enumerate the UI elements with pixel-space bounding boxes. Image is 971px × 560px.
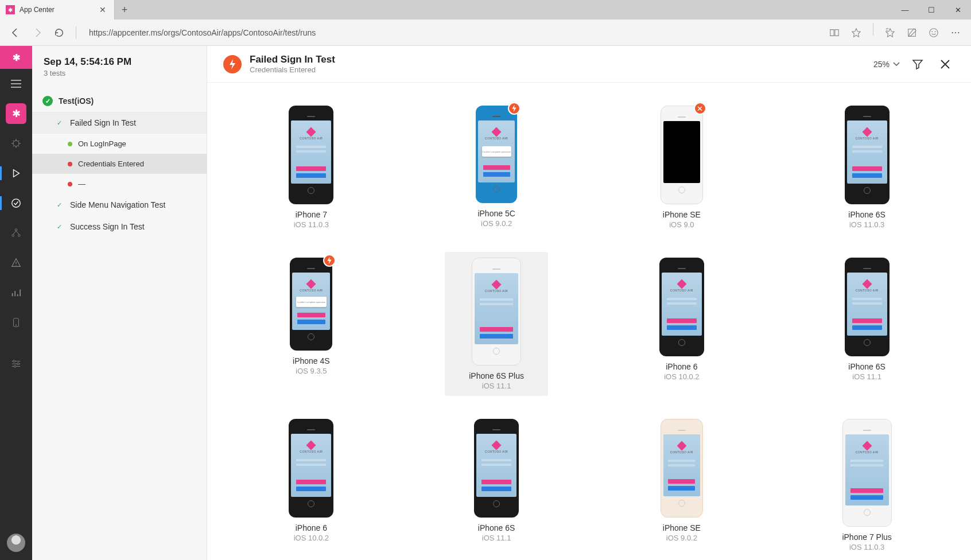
app-logo-icon: [492, 441, 502, 450]
test-run-sidebar: Sep 14, 5:54:16 PM 3 tests ✓ Test(iOS) ✓…: [32, 46, 207, 560]
nav-crashes-icon[interactable]: [0, 248, 32, 278]
test-group[interactable]: ✓ Test(iOS): [32, 90, 207, 112]
device-card[interactable]: CONTOSO AIR iPhone SE iOS 9.0.2: [630, 413, 733, 557]
svg-point-11: [13, 360, 15, 363]
app-logo-icon: [677, 279, 686, 289]
tab-close-icon[interactable]: ✕: [97, 5, 108, 14]
device-name: iPhone 6: [296, 523, 327, 532]
device-card[interactable]: ✕ iPhone SE iOS 9.0: [630, 100, 733, 235]
new-tab-button[interactable]: +: [115, 0, 134, 20]
device-card[interactable]: CONTOSO AIR iPhone 6S iOS 11.1: [445, 413, 548, 557]
favorites-hub-icon[interactable]: [880, 23, 900, 42]
device-os: iOS 10.0.2: [294, 534, 329, 542]
menu-hamburger-icon[interactable]: [0, 69, 32, 99]
notes-icon[interactable]: [902, 23, 922, 42]
close-icon[interactable]: [935, 55, 955, 74]
device-os: iOS 11.1: [482, 382, 511, 390]
screen-app-title: CONTOSO AIR: [670, 450, 693, 454]
device-card[interactable]: CONTOSO AIR iPhone 7 Plus iOS 11.0.3: [815, 413, 919, 557]
reading-view-icon[interactable]: [825, 23, 844, 42]
device-grid[interactable]: CONTOSO AIR iPhone 7 iOS 11.0.3 CONTOSO …: [207, 83, 971, 560]
window-maximize-button[interactable]: ☐: [918, 0, 945, 20]
phone-frame: CONTOSO AIR: [659, 258, 704, 356]
nav-refresh-button[interactable]: [49, 23, 69, 42]
device-os: iOS 11.1: [852, 372, 881, 381]
device-card[interactable]: CONTOSO AIR iPhone 6S iOS 11.0.3: [815, 100, 919, 235]
main-header: Failed Sign In Test Credentials Entered …: [207, 46, 971, 83]
alert-dialog: Couldn't complete operation: [296, 297, 327, 307]
nav-settings-icon[interactable]: [0, 349, 32, 379]
test-item-side-menu[interactable]: ✓ Side Menu Navigation Test: [32, 194, 207, 216]
main-panel: Failed Sign In Test Credentials Entered …: [207, 46, 971, 560]
favorite-star-icon[interactable]: [846, 23, 866, 42]
device-card[interactable]: CONTOSO AIR Couldn't complete operation …: [259, 252, 363, 396]
zoom-dropdown[interactable]: 25%: [873, 60, 900, 69]
browser-tab-strip: ✱ App Center ✕ + — ☐ ✕: [0, 0, 971, 20]
screen-app-title: CONTOSO AIR: [300, 450, 323, 453]
check-icon: ✓: [54, 221, 64, 232]
device-name: iPhone SE: [663, 523, 701, 532]
status-dot-red: [68, 182, 72, 186]
window-minimize-button[interactable]: —: [892, 0, 918, 20]
feedback-smile-icon[interactable]: [924, 23, 943, 42]
device-card[interactable]: CONTOSO AIR iPhone 7 iOS 11.0.3: [259, 100, 363, 235]
svg-point-1: [930, 28, 938, 36]
device-name: iPhone 4S: [293, 356, 330, 365]
svg-point-6: [15, 229, 17, 231]
app-logo-icon: [862, 441, 872, 451]
run-timestamp: Sep 14, 5:54:16 PM: [44, 56, 195, 68]
device-os: iOS 9.3.5: [296, 367, 327, 375]
device-card[interactable]: CONTOSO AIR iPhone 6 iOS 10.0.2: [630, 252, 733, 396]
phone-frame: CONTOSO AIR: [845, 258, 890, 356]
test-step-login-page[interactable]: On LogInPage: [32, 134, 207, 154]
test-item-failed-signin[interactable]: ✓ Failed Sign In Test: [32, 112, 207, 134]
device-card[interactable]: CONTOSO AIR Couldn't complete operation …: [445, 100, 548, 235]
status-lightning-icon: [223, 55, 242, 73]
nav-build-icon[interactable]: [0, 129, 32, 158]
device-name: iPhone 6S: [848, 362, 885, 371]
phone-frame: CONTOSO AIR: [289, 106, 333, 204]
nav-back-button[interactable]: [6, 23, 25, 42]
nav-test-runs-icon[interactable]: [0, 188, 32, 218]
nav-analytics-icon[interactable]: [0, 278, 32, 308]
app-selector-icon[interactable]: ✱: [6, 103, 26, 124]
test-item-success-signin[interactable]: ✓ Success Sign In Test: [32, 216, 207, 238]
screen-app-title: CONTOSO AIR: [670, 289, 693, 292]
device-name: iPhone 6: [666, 362, 697, 371]
test-step-credentials[interactable]: Credentials Entered: [32, 154, 207, 174]
filter-icon[interactable]: [908, 55, 927, 74]
device-card[interactable]: CONTOSO AIR iPhone 6 iOS 10.0.2: [259, 413, 363, 557]
test-step-label: Credentials Entered: [78, 160, 144, 168]
phone-frame: CONTOSO AIR: [661, 419, 703, 518]
check-circle-icon: ✓: [42, 96, 53, 106]
device-card[interactable]: CONTOSO AIR iPhone 6S iOS 11.1: [815, 252, 919, 396]
svg-point-5: [12, 199, 20, 207]
app-logo-icon: [306, 441, 316, 450]
test-group-label: Test(iOS): [59, 96, 94, 106]
tab-title: App Center: [20, 6, 97, 14]
more-menu-icon[interactable]: ⋯: [946, 23, 965, 42]
address-bar[interactable]: https://appcenter.ms/orgs/ContosoAir/app…: [83, 28, 822, 37]
browser-toolbar: https://appcenter.ms/orgs/ContosoAir/app…: [0, 20, 971, 46]
nav-forward-button[interactable]: [28, 23, 47, 42]
svg-point-10: [15, 325, 17, 326]
tab-favicon: ✱: [6, 5, 15, 14]
nav-push-icon[interactable]: [0, 308, 32, 337]
device-os: iOS 11.0.3: [294, 220, 329, 229]
phone-frame: CONTOSO AIR Couldn't complete operation: [476, 106, 517, 203]
nav-test-icon[interactable]: [0, 158, 32, 188]
phone-frame: CONTOSO AIR Couldn't complete operation: [290, 258, 332, 351]
app-logo-icon: [492, 280, 502, 290]
nav-distribute-icon[interactable]: [0, 218, 32, 248]
test-item-label: Failed Sign In Test: [70, 118, 136, 127]
window-close-button[interactable]: ✕: [945, 0, 971, 20]
alert-dialog: Couldn't complete operation: [482, 146, 511, 157]
app-logo[interactable]: ✱: [0, 46, 32, 69]
window-controls: — ☐ ✕: [892, 0, 971, 20]
device-name: iPhone 6S Plus: [469, 371, 524, 380]
test-step-dash[interactable]: —: [32, 174, 207, 194]
browser-tab[interactable]: ✱ App Center ✕: [0, 0, 115, 20]
device-os: iOS 11.1: [482, 534, 511, 542]
user-avatar[interactable]: [7, 534, 25, 552]
device-card[interactable]: CONTOSO AIR iPhone 6S Plus iOS 11.1: [445, 252, 548, 396]
